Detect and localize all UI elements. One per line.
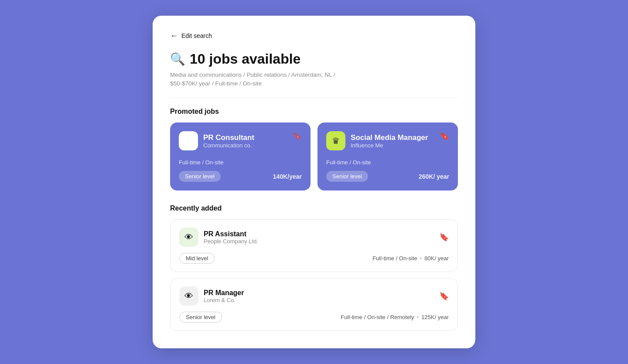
promoted-section-title: Promoted jobs [170,108,458,116]
bookmark-icon[interactable]: 🔖 [439,232,449,242]
promoted-job-card-pr-consultant[interactable]: 👁 PR Consultant Communication co. 🔖 Full… [170,122,311,191]
job-title: Social Media Manager [351,133,428,142]
company-name: Influence Me [351,142,428,149]
job-info: PR Manager Lorem & Co. [204,289,244,303]
bookmark-icon[interactable]: 🔖 [292,131,302,141]
promoted-card-header: 👁 PR Consultant Communication co. 🔖 [179,131,302,150]
recent-job-card-pr-manager[interactable]: 👁 PR Manager Lorem & Co. 🔖 Senior level … [170,278,458,331]
promoted-card-footer: Senior level 260K/ year [326,171,449,182]
company-logo-influence-me: ♛ [326,131,345,150]
recent-card-header: 👁 PR Manager Lorem & Co. 🔖 [179,286,449,306]
salary: 125K/ year [421,314,449,320]
company-name: Communication co. [203,142,254,149]
logo-icon: 👁 [184,232,193,242]
page-title: 🔍 10 jobs available [170,51,458,67]
recent-card-header: 👁 PR Assistant People Company Ltd. 🔖 [179,228,449,247]
promoted-card-info: 👁 PR Consultant Communication co. [179,131,254,150]
level-badge: Senior level [326,171,368,182]
promoted-card-header: ♛ Social Media Manager Influence Me 🔖 [326,131,449,150]
recent-card-footer: Mid level Full-time / On-site • 80K/ yea… [179,253,449,264]
bookmark-icon-filled[interactable]: 🔖 [440,131,449,141]
recently-added-list: 👁 PR Assistant People Company Ltd. 🔖 Mid… [170,219,458,331]
level-badge: Senior level [179,171,221,182]
section-divider [170,98,458,98]
salary: 260K/ year [419,173,449,180]
employment-type: Full-time / On-site [179,159,302,166]
recent-card-footer: Senior level Full-time / On-site / Remot… [179,312,449,323]
promoted-job-card-social-media-manager[interactable]: ♛ Social Media Manager Influence Me 🔖 Fu… [317,122,458,191]
dot-separator: • [420,255,422,262]
recent-card-info: 👁 PR Assistant People Company Ltd. [179,228,258,247]
logo-icon: ♛ [332,136,340,146]
back-arrow-icon: ← [170,31,178,41]
company-logo-lorem-co: 👁 [179,286,198,306]
dot-separator: • [417,314,419,320]
employment-type: Full-time / On-site / Remotely [341,314,414,320]
employment-type: Full-time / On-site [372,255,417,262]
company-logo-people-company: 👁 [179,228,198,247]
logo-icon: 👁 [184,136,193,146]
job-info: PR Assistant People Company Ltd. [204,230,258,245]
salary: 140K/year [273,173,302,180]
logo-icon: 👁 [184,291,193,301]
company-name: Lorem & Co. [204,297,244,303]
job-info: Social Media Manager Influence Me [351,133,428,149]
edit-search-label: Edit search [181,32,212,39]
promoted-jobs-grid: 👁 PR Consultant Communication co. 🔖 Full… [170,122,458,191]
edit-search-button[interactable]: ← Edit search [170,31,212,41]
job-title: PR Manager [204,289,244,297]
company-logo-communication-co: 👁 [179,131,198,150]
main-card: ← Edit search 🔍 10 jobs available Media … [153,16,475,349]
job-title: PR Consultant [203,133,254,142]
recent-job-card-pr-assistant[interactable]: 👁 PR Assistant People Company Ltd. 🔖 Mid… [170,219,458,272]
level-badge: Mid level [179,253,215,264]
recently-section-title: Recently added [170,204,458,212]
search-subtitle-line1: Media and communications / Public relati… [170,71,458,79]
recent-meta: Full-time / On-site • 80K/ year [372,255,449,262]
level-badge: Senior level [179,312,222,323]
salary: 80K/ year [424,255,449,262]
bookmark-icon-blue[interactable]: 🔖 [439,291,449,301]
recent-card-info: 👁 PR Manager Lorem & Co. [179,286,244,306]
employment-type: Full-time / On-site [326,159,449,166]
search-subtitle-line2: $50-$70K/ year / Full-time / On-site [170,79,458,88]
company-name: People Company Ltd. [204,238,258,245]
search-icon: 🔍 [170,52,185,66]
promoted-card-footer: Senior level 140K/year [179,171,302,182]
job-title: PR Assistant [204,230,258,238]
recent-meta: Full-time / On-site / Remotely • 125K/ y… [341,314,449,320]
promoted-card-info: ♛ Social Media Manager Influence Me [326,131,428,150]
job-info: PR Consultant Communication co. [203,133,254,149]
